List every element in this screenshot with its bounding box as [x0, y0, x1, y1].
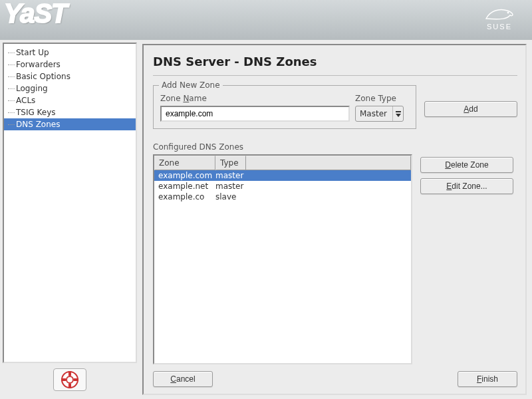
svg-point-0	[507, 12, 509, 14]
col-zone[interactable]: Zone	[154, 156, 215, 170]
nav-item-startup[interactable]: Start Up	[4, 47, 136, 59]
help-button[interactable]	[53, 368, 86, 391]
title-separator	[153, 75, 517, 76]
cancel-button[interactable]: Cancel	[153, 371, 213, 387]
nav-item-forwarders[interactable]: Forwarders	[4, 59, 136, 70]
nav-item-acls[interactable]: ACLs	[4, 94, 136, 106]
svg-rect-5	[61, 378, 66, 381]
svg-rect-4	[68, 384, 71, 388]
yast-logo: YaST	[4, 0, 67, 29]
col-type[interactable]: Type	[215, 156, 246, 170]
configured-zones-label: Configured DNS Zones	[153, 142, 412, 152]
zone-name-input[interactable]	[160, 106, 350, 122]
app-banner: YaST SUSE	[0, 0, 532, 40]
nav-item-dnszones[interactable]: DNS Zones	[4, 118, 136, 130]
page-title: DNS Server - DNS Zones	[153, 55, 517, 68]
zones-table-row[interactable]: example.com master	[154, 170, 411, 181]
zones-table-row[interactable]: example.net master	[154, 181, 411, 192]
zone-type-label: Zone Type	[355, 94, 404, 103]
svg-rect-3	[68, 371, 71, 376]
chevron-down-icon[interactable]	[392, 106, 403, 121]
zone-type-select[interactable]: Master	[355, 106, 404, 122]
zones-table-row[interactable]: example.co slave	[154, 192, 411, 202]
svg-rect-6	[74, 378, 78, 381]
nav-item-logging[interactable]: Logging	[4, 82, 136, 94]
chameleon-icon	[485, 5, 514, 21]
svg-point-2	[66, 376, 73, 383]
content-area: DNS Server - DNS Zones Add New Zone Zone…	[142, 44, 527, 395]
nav-item-basicoptions[interactable]: Basic Options	[4, 70, 136, 82]
add-zone-button[interactable]: Add	[424, 101, 517, 117]
nav-item-tsigkeys[interactable]: TSIG Keys	[4, 106, 136, 118]
suse-logo: SUSE	[476, 5, 523, 35]
zone-type-value: Master	[356, 106, 392, 121]
finish-button[interactable]: Finish	[458, 371, 517, 387]
zones-table-header: Zone Type	[154, 156, 411, 170]
sidebar-panel: Start Up Forwarders Basic Options Loggin…	[0, 40, 140, 399]
nav-tree: Start Up Forwarders Basic Options Loggin…	[3, 43, 137, 363]
zones-table[interactable]: Zone Type example.com master example.net	[153, 154, 412, 364]
add-new-zone-legend: Add New Zone	[159, 80, 223, 90]
zone-name-label: Zone Name	[160, 94, 350, 103]
lifebuoy-icon	[61, 370, 79, 389]
edit-zone-button[interactable]: Edit Zone...	[420, 178, 513, 194]
add-new-zone-group: Add New Zone Zone Name Zone Type Master	[153, 85, 416, 129]
delete-zone-button[interactable]: Delete Zone	[420, 157, 513, 173]
